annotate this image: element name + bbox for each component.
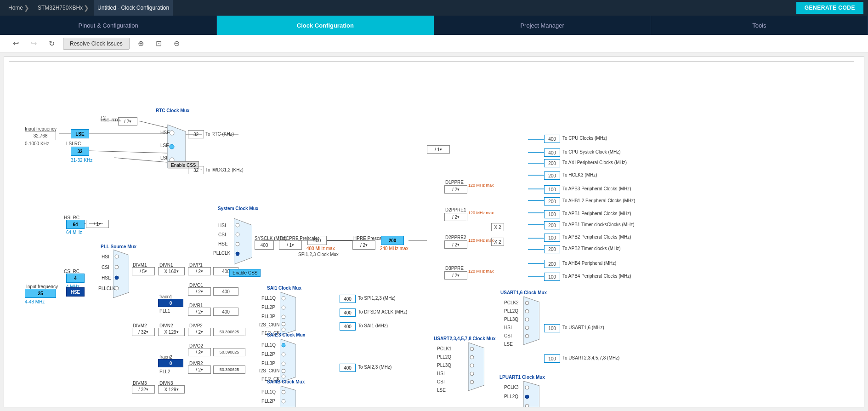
i2sckin-sai1: I2S_CKIN	[259, 322, 279, 327]
input-freq-value[interactable]: 32.768	[25, 131, 56, 140]
tab-project[interactable]: Project Manager	[434, 16, 651, 35]
d3ppre-box[interactable]: / 2 ▾	[444, 271, 467, 280]
hse-value[interactable]: 25	[25, 289, 56, 298]
to-sai1-box[interactable]: 400	[340, 322, 356, 331]
breadcrumb-home[interactable]: Home ❯	[5, 0, 34, 16]
iwdg-div32-box[interactable]: 32	[188, 166, 204, 174]
hpre-out-box[interactable]: 200	[381, 236, 404, 245]
divn2-box[interactable]: X 129 ▾	[158, 328, 185, 336]
divp2-box[interactable]: / 2 ▾	[188, 328, 211, 336]
pll2q-label: PLL2Q	[504, 308, 518, 314]
hse-range-label: 4-48 MHz	[25, 299, 45, 304]
out-100-apb2[interactable]: 100	[544, 234, 560, 242]
out-200-ahb12[interactable]: 200	[544, 197, 560, 206]
breadcrumb-bar: Home ❯ STM32H750XBHx ❯ Untitled - Clock …	[0, 0, 868, 16]
d1ppre-box[interactable]: / 2 ▾	[444, 185, 467, 194]
hpre-box[interactable]: / 2 ▾	[352, 240, 375, 250]
out-200-apb1-timer[interactable]: 200	[544, 221, 560, 229]
out-400-systick[interactable]: 400	[544, 148, 560, 157]
r2-out-box[interactable]: 50.390625	[213, 365, 245, 374]
svg-point-60	[525, 309, 529, 313]
pll2p-sai4b: PLL2P	[261, 399, 275, 404]
csi-rc-value[interactable]: 4	[66, 274, 85, 283]
tab-tools[interactable]: Tools	[651, 16, 868, 35]
out-100-apb4[interactable]: 100	[544, 273, 560, 281]
div1-sys-box[interactable]: / 1 ▾	[427, 145, 450, 154]
out-200-ahb4[interactable]: 200	[544, 260, 560, 268]
rtc-div32-box[interactable]: 32	[188, 130, 204, 138]
out-100-usart16[interactable]: 100	[544, 324, 560, 332]
pll2-label: PLL2	[159, 369, 170, 374]
lsi-rc-value[interactable]: 32	[71, 147, 89, 156]
csi-pll-label: CSI	[102, 265, 109, 270]
divr1-box[interactable]: / 2 ▾	[188, 308, 211, 316]
enable-css-system[interactable]: Enable CSS	[229, 269, 261, 277]
d2ppre1-box[interactable]: / 2 ▾	[444, 213, 467, 221]
hse-block[interactable]: HSE	[66, 287, 85, 297]
max-120-d1-label: 120 MHz max	[468, 183, 494, 188]
resolve-clock-issues-button[interactable]: Resolve Clock Issues	[63, 38, 130, 50]
zoom-out-button[interactable]: ⊖	[170, 37, 183, 50]
to-spi23-box[interactable]: 400	[340, 295, 356, 303]
hsi-rc-value[interactable]: 64	[66, 220, 85, 229]
q1-out-box[interactable]: 400	[213, 287, 238, 296]
p2-out-box[interactable]: 50.390625	[213, 328, 245, 336]
divn3-box[interactable]: X 129 ▾	[158, 385, 185, 394]
hsi-sys-label: HSI	[218, 223, 226, 228]
svg-point-52	[282, 369, 285, 373]
divp1-box[interactable]: / 2 ▾	[188, 267, 211, 275]
divq1-box[interactable]: / 2 ▾	[188, 287, 211, 296]
svg-line-10	[139, 121, 167, 128]
d1cpre-box[interactable]: / 1 ▾	[279, 240, 302, 250]
d2ppre2-box[interactable]: / 2 ▾	[444, 240, 467, 249]
fracn2-value[interactable]: 0	[158, 359, 183, 367]
breadcrumb-device[interactable]: STM32H750XBHx ❯	[34, 0, 94, 16]
divm1-box[interactable]: / 5 ▾	[132, 267, 155, 275]
zoom-in-button[interactable]: ⊕	[134, 37, 148, 50]
hsi-div1-box[interactable]: / 1 ▾	[86, 220, 109, 228]
fit-button[interactable]: ⊡	[152, 37, 165, 50]
generate-code-button[interactable]: GENERATE CODE	[796, 2, 863, 14]
out-400-cpu[interactable]: 400	[544, 135, 560, 143]
lse-block[interactable]: LSE	[71, 129, 89, 138]
out-200-axi[interactable]: 200	[544, 159, 560, 167]
divm2-box[interactable]: / 32 ▾	[132, 328, 155, 336]
out-200-apb2-timer[interactable]: 200	[544, 245, 560, 253]
pll3p-sai23: PLL3P	[261, 361, 275, 366]
divm3-box[interactable]: / 32 ▾	[132, 385, 155, 394]
divr2-box[interactable]: / 2 ▾	[188, 365, 211, 374]
tab-pinout[interactable]: Pinout & Configuration	[0, 16, 217, 35]
out-100-apb3[interactable]: 100	[544, 185, 560, 194]
pll2p-sai23: PLL2P	[261, 352, 275, 357]
tab-clock[interactable]: Clock Configuration	[217, 16, 434, 35]
undo-button[interactable]: ↩	[9, 37, 23, 50]
d1cpre-out-box[interactable]: 400	[307, 236, 327, 245]
out-100-usart2345678[interactable]: 100	[544, 354, 560, 363]
redo-button[interactable]: ↪	[27, 37, 40, 50]
svg-point-73	[525, 404, 529, 407]
svg-line-2	[89, 151, 167, 153]
to-sai23-box[interactable]: 400	[340, 364, 356, 372]
to-sai23-label: To SAI2,3 (MHz)	[358, 365, 391, 370]
hse-div2-box[interactable]: / 2 ▾	[118, 117, 137, 126]
max-120-d3-label: 120 MHz max	[468, 269, 494, 274]
sysclk-value[interactable]: 400	[255, 240, 274, 250]
pll-source-mux	[113, 250, 129, 298]
csi-sys-label: CSI	[218, 232, 226, 237]
out-200-hclk3[interactable]: 200	[544, 171, 560, 180]
divq2-box[interactable]: / 2 ▾	[188, 348, 211, 356]
pll2p-sai1: PLL2P	[261, 305, 275, 310]
pll1-label: PLL1	[159, 308, 170, 314]
out-100-apb1[interactable]: 100	[544, 210, 560, 218]
r1-out-box[interactable]: 400	[213, 308, 238, 316]
q2-out-box[interactable]: 50.390625	[213, 348, 245, 356]
lpuart1-mux-shape	[523, 381, 539, 407]
divn1-box[interactable]: X 160 ▾	[158, 267, 185, 275]
to-apb3-label: To APB3 Peripheral Clocks (MHz)	[562, 186, 631, 191]
to-rtc-label: To RTC (KHz)	[205, 131, 234, 137]
fracn1-value[interactable]: 0	[158, 299, 183, 307]
svg-point-65	[470, 347, 474, 351]
pllclk-sys-label: PLLCLK	[213, 251, 230, 256]
refresh-button[interactable]: ↻	[45, 37, 58, 50]
to-dfsdm-box[interactable]: 400	[340, 308, 356, 317]
